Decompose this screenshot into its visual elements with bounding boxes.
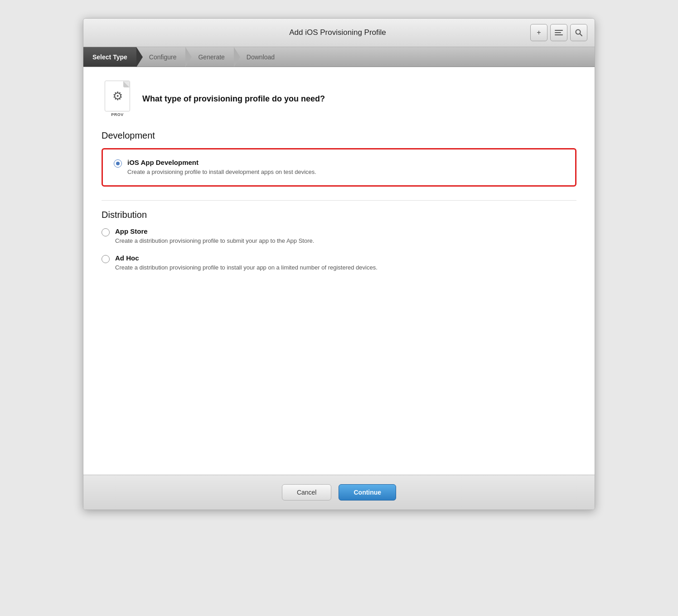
continue-button[interactable]: Continue xyxy=(339,484,396,500)
ios-app-development-desc: Create a provisioning profile to install… xyxy=(127,168,564,176)
ios-app-development-card[interactable]: iOS App Development Create a provisionin… xyxy=(102,148,576,187)
cancel-button[interactable]: Cancel xyxy=(282,484,332,500)
development-title: Development xyxy=(102,130,576,141)
main-window: Add iOS Provisioning Profile + Select Ty… xyxy=(83,18,595,510)
ios-app-development-row: iOS App Development Create a provisionin… xyxy=(114,159,564,176)
app-store-card[interactable]: App Store Create a distribution provisio… xyxy=(102,227,576,245)
prov-icon: ⚙ PROV xyxy=(102,81,133,117)
section-divider xyxy=(102,200,576,201)
ios-app-development-radio[interactable] xyxy=(114,159,122,168)
step-select-type[interactable]: Select Type xyxy=(83,47,136,67)
ad-hoc-row: Ad Hoc Create a distribution provisionin… xyxy=(102,254,576,272)
main-question: What type of provisioning profile do you… xyxy=(142,94,325,104)
gear-icon: ⚙ xyxy=(112,89,123,103)
distribution-title: Distribution xyxy=(102,210,576,220)
ios-app-development-content: iOS App Development Create a provisionin… xyxy=(127,159,564,176)
distribution-section: Distribution App Store Create a distribu… xyxy=(102,210,576,272)
ad-hoc-content: Ad Hoc Create a distribution provisionin… xyxy=(115,254,576,272)
step-download[interactable]: Download xyxy=(234,47,284,67)
toolbar-actions: + xyxy=(530,24,587,41)
app-store-row: App Store Create a distribution provisio… xyxy=(102,227,576,245)
prov-label: PROV xyxy=(111,112,124,117)
app-store-content: App Store Create a distribution provisio… xyxy=(115,227,576,245)
content-header: ⚙ PROV What type of provisioning profile… xyxy=(102,81,576,117)
title-bar: Add iOS Provisioning Profile + xyxy=(83,19,595,47)
window-title: Add iOS Provisioning Profile xyxy=(145,28,530,37)
prov-paper-icon: ⚙ xyxy=(105,81,130,111)
app-store-desc: Create a distribution provisioning profi… xyxy=(115,237,576,245)
svg-line-4 xyxy=(580,34,582,36)
ad-hoc-card[interactable]: Ad Hoc Create a distribution provisionin… xyxy=(102,254,576,272)
search-button[interactable] xyxy=(570,24,587,41)
ios-app-development-label: iOS App Development xyxy=(127,159,564,166)
development-section: Development iOS App Development Create a… xyxy=(102,130,576,187)
bottom-bar: Cancel Continue xyxy=(83,475,595,510)
edit-button[interactable] xyxy=(550,24,567,41)
step-configure[interactable]: Configure xyxy=(136,47,186,67)
app-store-label: App Store xyxy=(115,227,576,235)
ad-hoc-radio[interactable] xyxy=(102,255,110,263)
app-store-radio[interactable] xyxy=(102,228,110,236)
main-content: ⚙ PROV What type of provisioning profile… xyxy=(83,67,595,475)
ad-hoc-desc: Create a distribution provisioning profi… xyxy=(115,264,576,272)
step-generate[interactable]: Generate xyxy=(185,47,233,67)
steps-bar: Select Type Configure Generate Download xyxy=(83,47,595,67)
ad-hoc-label: Ad Hoc xyxy=(115,254,576,262)
add-button[interactable]: + xyxy=(530,24,547,41)
